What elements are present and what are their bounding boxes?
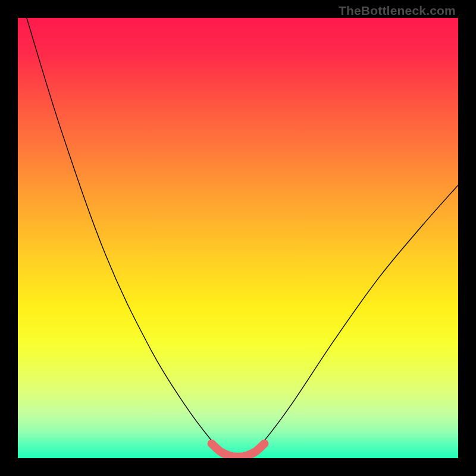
watermark-text: TheBottleneck.com [339,4,456,18]
chart-svg [18,18,458,458]
chart-frame: TheBottleneck.com [0,0,476,476]
plot-area [18,18,458,458]
trough-highlight [212,444,265,457]
main-curve [27,18,458,458]
